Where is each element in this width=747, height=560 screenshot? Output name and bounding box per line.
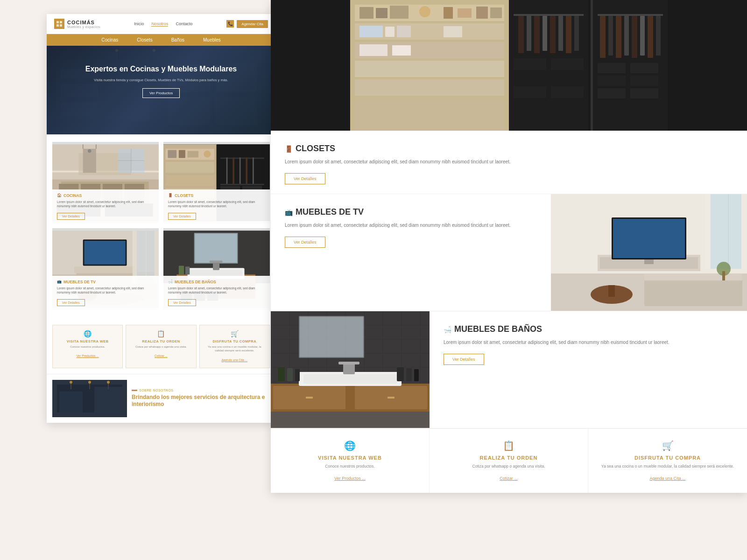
svg-rect-153	[640, 16, 645, 56]
svg-rect-144	[514, 100, 546, 128]
svg-rect-108	[355, 61, 504, 77]
bottom-title: Brindando los mejores servicios de arqui…	[132, 394, 270, 408]
cocinas-details-button[interactable]: Ver Detalles	[57, 213, 85, 220]
bath-details-button[interactable]: Ver Detalles	[168, 299, 196, 306]
step-order-link[interactable]: Cotizar ...	[155, 354, 168, 357]
svg-rect-3	[60, 24, 62, 27]
right-closets-info: 🚪 CLOSETS Lorem ipsum dolor sit amet, co…	[271, 131, 747, 194]
svg-rect-112	[376, 8, 388, 18]
rp-step-web-link[interactable]: Ver Productos ...	[334, 476, 366, 481]
svg-rect-141	[551, 72, 584, 84]
product-card-tv: 📺 MUEBLES DE TV Lorem ipsum dolor sit am…	[52, 228, 159, 310]
closets-details-button[interactable]: Ver Detalles	[168, 213, 196, 220]
step-order-title: REALIZA TU ORDEN	[130, 339, 192, 343]
closets-icon: 🚪	[168, 193, 173, 197]
svg-rect-134	[550, 16, 556, 53]
logo-text-group: COCIMÁS Muebles y espacios	[67, 20, 100, 28]
svg-rect-131	[527, 16, 531, 51]
cocinas-desc: Lorem ipsum dolor sit amet, consectetur …	[57, 200, 154, 208]
step-enjoy-desc: Ya sea una cocina o un mueble modular, l…	[204, 345, 266, 353]
svg-rect-121	[397, 26, 411, 37]
tv-desc: Lorem ipsum dolor sit amet, consectetur …	[57, 286, 154, 294]
hero-cta-button[interactable]: Ver Productos	[142, 88, 180, 98]
right-bath-section: 🛁 MUEBLES DE BAÑOS Lorem ipsum dolor sit…	[271, 311, 747, 428]
right-tv-icon: 📺	[285, 209, 293, 216]
bottom-text: Sobre Nosotros Brindando los mejores ser…	[132, 389, 270, 408]
tv-details-button[interactable]: Ver Detalles	[57, 299, 85, 306]
product-card-cocinas: 🏠 COCINAS Lorem ipsum dolor sit amet, co…	[52, 142, 159, 224]
step-web-link[interactable]: Ver Productos ...	[77, 354, 99, 357]
closets-desc: Lorem ipsum dolor sit amet, consectetur …	[168, 200, 265, 208]
nav-link-inicio[interactable]: Inicio	[134, 21, 144, 26]
svg-rect-151	[624, 16, 629, 56]
hero-subtitle: Visita nuestra tienda y consigue Closets…	[75, 78, 247, 82]
svg-rect-44	[179, 150, 185, 158]
nav-right: 📞 Agendar Cita	[226, 20, 268, 28]
rp-step-order-title: REALIZA TU ORDEN	[439, 455, 578, 461]
svg-rect-204	[388, 397, 395, 399]
menu-closets[interactable]: Closets	[137, 37, 152, 42]
svg-rect-102	[94, 387, 122, 413]
step-card-order: 📋 REALIZA TU ORDEN Cotiza por whatsapp o…	[126, 325, 196, 368]
rp-step-enjoy-icon: 🛒	[598, 440, 738, 451]
bath-desc: Lorem ipsum dolor sit amet, consectetur …	[168, 286, 265, 294]
right-bath-info: 🛁 MUEBLES DE BAÑOS Lorem ipsum dolor sit…	[430, 311, 747, 428]
svg-point-114	[419, 6, 430, 17]
bottom-tag: Sobre Nosotros	[132, 389, 270, 392]
svg-rect-129	[514, 14, 584, 16]
menu-muebles[interactable]: Muebles	[203, 37, 221, 42]
step-order-desc: Cotiza por whatsapp o agenda una visita.	[130, 345, 192, 349]
tv-icon: 📺	[57, 280, 62, 284]
svg-rect-203	[306, 397, 313, 399]
rp-step-enjoy-link[interactable]: Agenda una Cita ...	[649, 476, 685, 481]
svg-rect-139	[551, 58, 584, 70]
svg-rect-140	[514, 72, 546, 84]
nav-links: Inicio Nosotros Contacto	[134, 21, 192, 27]
svg-rect-172	[644, 259, 654, 264]
step-web-title: VISITA NUESTRA WEB	[56, 339, 119, 343]
nav-link-contacto[interactable]: Contacto	[176, 21, 192, 26]
svg-rect-89	[185, 266, 190, 274]
svg-rect-152	[632, 16, 637, 58]
menu-cocinas[interactable]: Cocinas	[101, 37, 118, 42]
svg-rect-138	[514, 58, 546, 70]
bottom-inner: Sobre Nosotros Brindando los mejores ser…	[52, 380, 270, 417]
svg-rect-123	[359, 44, 388, 56]
menu-banos[interactable]: Baños	[171, 37, 184, 42]
svg-point-46	[204, 151, 211, 158]
right-closets-button[interactable]: Ver Detalles	[285, 173, 325, 184]
svg-rect-109	[355, 79, 504, 96]
nav-link-nosotros[interactable]: Nosotros	[151, 21, 168, 27]
svg-rect-174	[608, 285, 615, 297]
svg-rect-211	[295, 369, 300, 381]
bath-info-box: 🛁 MUEBLES DE BAÑOS Lorem ipsum dolor sit…	[163, 276, 270, 310]
bottom-section-left: Sobre Nosotros Brindando los mejores ser…	[47, 374, 275, 423]
step-web-icon: 🌐	[56, 330, 119, 337]
right-bath-icon: 🛁	[444, 326, 451, 333]
svg-rect-149	[608, 16, 613, 56]
svg-rect-101	[59, 392, 83, 413]
step-enjoy-link[interactable]: Agenda una Cita ...	[221, 358, 247, 362]
svg-rect-150	[616, 16, 621, 58]
svg-rect-119	[359, 26, 383, 37]
tv-info-box: 📺 MUEBLES DE TV Lorem ipsum dolor sit am…	[52, 276, 159, 310]
hero-content: Expertos en Cocinas y Muebles Modulares …	[47, 46, 275, 117]
right-steps-section: 🌐 VISITA NUESTRA WEB Conoce nuestros pro…	[271, 428, 747, 493]
svg-rect-212	[397, 367, 404, 381]
rp-step-order-link[interactable]: Cotizar ...	[500, 476, 518, 481]
right-bath-button[interactable]: Ver Detalles	[444, 354, 484, 365]
svg-rect-86	[213, 261, 219, 270]
svg-rect-122	[444, 26, 462, 37]
svg-rect-2	[56, 24, 59, 27]
bath-title: 🛁 MUEBLES DE BAÑOS	[168, 280, 265, 284]
svg-rect-40	[166, 175, 214, 186]
right-tv-desc: Lorem ipsum dolor sit amet, consectetur …	[285, 222, 537, 229]
product-card-closets: 🚪 CLOSETS Lorem ipsum dolor sit amet, co…	[163, 142, 270, 224]
right-tv-button[interactable]: Ver Detalles	[285, 237, 325, 248]
rp-step-order-icon: 📋	[439, 440, 578, 451]
tv-title: 📺 MUEBLES DE TV	[57, 280, 154, 284]
svg-rect-49	[220, 184, 264, 185]
closets-info-box: 🚪 CLOSETS Lorem ipsum dolor sit amet, co…	[163, 189, 270, 224]
right-tv-title: 📺 MUEBLES DE TV	[285, 207, 537, 217]
cta-button[interactable]: Agendar Cita	[237, 20, 268, 28]
